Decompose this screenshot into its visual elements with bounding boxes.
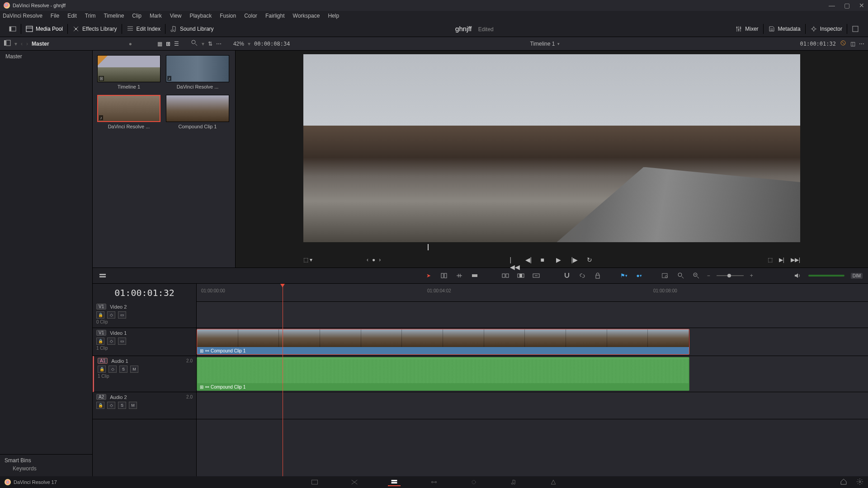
sound-library-toggle[interactable]: Sound Library — [165, 25, 218, 33]
mute-button[interactable]: M — [129, 402, 137, 409]
mute-icon[interactable] — [793, 271, 802, 280]
menu-timeline[interactable]: Timeline — [104, 13, 124, 19]
close-button[interactable]: ✕ — [859, 2, 864, 9]
lock-icon[interactable]: 🔒 — [96, 338, 104, 345]
auto-select-icon[interactable]: ◇ — [107, 311, 115, 319]
bin-path[interactable]: Master — [32, 41, 49, 47]
edit-page-icon[interactable] — [388, 478, 401, 486]
menu-help[interactable]: Help — [328, 13, 339, 19]
master-bin[interactable]: Master — [0, 51, 92, 62]
stop-icon[interactable]: ■ — [541, 256, 548, 263]
replace-icon[interactable] — [532, 271, 541, 280]
insert-icon[interactable] — [501, 271, 510, 280]
menu-playback[interactable]: Playback — [189, 13, 212, 19]
timeline-view-icon[interactable] — [98, 271, 107, 280]
menu-file[interactable]: File — [51, 13, 59, 19]
cut-page-icon[interactable] — [348, 478, 361, 486]
dynamic-trim-icon[interactable] — [455, 271, 464, 280]
sort-icon[interactable]: ⇅ — [208, 41, 212, 47]
track-lane-a1[interactable]: ⊞⚯Compound Clip 1 — [197, 356, 868, 392]
fusion-page-icon[interactable] — [428, 478, 440, 486]
zoom-out[interactable]: − — [707, 272, 710, 279]
inspector-toggle[interactable]: Inspector — [806, 25, 847, 33]
prev-edit-icon[interactable]: ‹ — [367, 257, 368, 263]
snap-icon[interactable] — [562, 271, 571, 280]
menu-view[interactable]: View — [170, 13, 182, 19]
menu-fairlight[interactable]: Fairlight — [265, 13, 285, 19]
detail-zoom-icon[interactable] — [676, 271, 685, 280]
custom-zoom-icon[interactable] — [692, 271, 701, 280]
marker-icon[interactable]: ● ▾ — [635, 271, 644, 280]
track-lane-v1[interactable]: ⊞⚯Compound Clip 1 — [197, 328, 868, 356]
zoom-in[interactable]: + — [750, 272, 753, 279]
step-fwd-icon[interactable]: |▶ — [571, 256, 579, 263]
fairlight-page-icon[interactable] — [507, 478, 520, 486]
playhead[interactable] — [283, 284, 283, 476]
media-pool-toggle[interactable]: Media Pool — [21, 25, 67, 33]
track-view-icon[interactable]: ▭ — [118, 338, 126, 345]
media-pool[interactable]: ⊞ Timeline 1 ♪ DaVinci Resolve ... ♪ DaV… — [93, 51, 235, 267]
solo-button[interactable]: S — [119, 366, 127, 373]
dim-button[interactable]: DIM — [851, 273, 863, 279]
viewer-more-icon[interactable]: ⋯ — [859, 41, 864, 47]
audio-clip[interactable]: ⊞⚯Compound Clip 1 — [197, 357, 689, 391]
timeline-tracks[interactable]: 01:00:00:00 01:00:04:02 01:00:08:00 ⊞⚯Co… — [197, 284, 868, 476]
grid-view-icon[interactable]: ⊞ — [166, 41, 170, 47]
clip-thumb[interactable]: ♪ DaVinci Resolve ... — [97, 95, 160, 129]
zoom-to-fit-icon[interactable] — [661, 271, 670, 280]
maximize-button[interactable]: ▢ — [844, 2, 850, 9]
viewer-canvas[interactable] — [303, 54, 800, 242]
play-icon[interactable]: ▶ — [556, 256, 563, 263]
trim-tool-icon[interactable] — [439, 271, 448, 280]
lock-icon[interactable] — [593, 271, 602, 280]
go-start-icon[interactable]: |◀◀ — [510, 256, 517, 263]
lock-icon[interactable]: 🔒 — [96, 402, 104, 409]
loop-icon[interactable]: ↻ — [587, 256, 594, 263]
in-out-mode[interactable]: ⬚ ▾ — [303, 257, 312, 263]
last-frame-icon[interactable]: ▶▶| — [791, 257, 800, 263]
track-view-icon[interactable]: ▭ — [118, 311, 126, 319]
overwrite-icon[interactable] — [516, 271, 525, 280]
clip-thumb[interactable]: ⊞ Timeline 1 — [97, 55, 160, 89]
full-screen-button[interactable] — [847, 25, 863, 33]
color-page-icon[interactable] — [467, 478, 480, 486]
list-view-icon[interactable]: ☰ — [174, 41, 179, 47]
selection-tool-icon[interactable]: ➤ — [424, 271, 433, 280]
media-page-icon[interactable] — [308, 478, 321, 486]
deliver-page-icon[interactable] — [547, 478, 560, 486]
go-end-icon[interactable]: ▶| — [779, 257, 784, 263]
menu-clip[interactable]: Clip — [132, 13, 142, 19]
menu-workspace[interactable]: Workspace — [293, 13, 320, 19]
volume-slider[interactable] — [808, 275, 844, 277]
bypass-icon[interactable] — [840, 39, 847, 48]
link-icon[interactable] — [578, 271, 587, 280]
timeline-selector[interactable]: Timeline 1 ▾ — [530, 41, 560, 47]
metadata-toggle[interactable]: Metadata — [764, 25, 805, 33]
solo-button[interactable]: S — [118, 402, 126, 409]
video-clip[interactable]: ⊞⚯Compound Clip 1 — [197, 329, 689, 355]
blade-tool-icon[interactable] — [470, 271, 479, 280]
lock-icon[interactable]: 🔒 — [96, 311, 104, 319]
mute-button[interactable]: M — [130, 366, 138, 373]
track-head-a1[interactable]: A1Audio 12.0 🔒◇SM 1 Clip — [93, 356, 196, 392]
edit-index-toggle[interactable]: Edit Index — [122, 25, 165, 33]
track-lane-a2[interactable] — [197, 392, 868, 419]
home-icon[interactable] — [840, 478, 847, 487]
auto-select-icon[interactable]: ◇ — [108, 366, 117, 373]
effects-library-toggle[interactable]: Effects Library — [68, 25, 121, 33]
mixer-toggle[interactable]: Mixer — [731, 25, 763, 33]
nav-forward[interactable]: › — [26, 41, 28, 47]
track-head-a2[interactable]: A2Audio 22.0 🔒◇SM — [93, 392, 196, 419]
nav-back[interactable]: ‹ — [21, 41, 23, 47]
search-icon[interactable] — [191, 39, 198, 48]
menu-fusion[interactable]: Fusion — [220, 13, 236, 19]
dual-viewer-icon[interactable]: ◫ — [850, 41, 855, 47]
expand-button[interactable] — [5, 25, 21, 33]
clip-thumb[interactable]: ♪ DaVinci Resolve ... — [166, 55, 229, 89]
timeline-timecode[interactable]: 01:00:01:32 — [93, 284, 196, 302]
lock-icon[interactable]: 🔒 — [98, 366, 106, 373]
track-lane-v2[interactable] — [197, 302, 868, 328]
step-back-icon[interactable]: ◀| — [525, 256, 533, 263]
bin-list-toggle[interactable] — [4, 39, 11, 48]
match-frame-icon[interactable]: ⬚ — [768, 257, 773, 263]
